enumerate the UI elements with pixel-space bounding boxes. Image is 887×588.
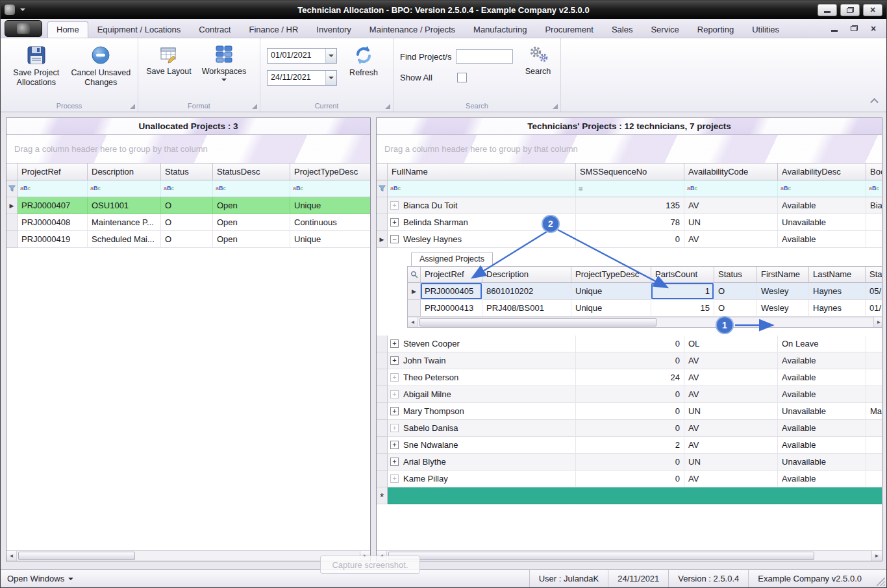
- filter-cell[interactable]: aBc: [388, 180, 576, 197]
- cell[interactable]: 0: [576, 403, 684, 420]
- cell[interactable]: [866, 214, 882, 231]
- cell[interactable]: 78: [576, 214, 684, 231]
- cell[interactable]: Haynes: [809, 283, 866, 300]
- save-layout-button[interactable]: Save Layout: [142, 42, 195, 77]
- cell[interactable]: AV: [684, 352, 778, 369]
- expand-icon[interactable]: +: [390, 407, 399, 415]
- filter-cell[interactable]: aBc: [778, 180, 866, 197]
- filter-edit-icon[interactable]: [378, 184, 386, 193]
- cell[interactable]: Available: [778, 471, 866, 487]
- tab-home[interactable]: Home: [47, 21, 88, 38]
- cell[interactable]: [866, 420, 882, 437]
- expand-icon[interactable]: +: [390, 390, 399, 398]
- dialog-launcher-icon[interactable]: [385, 104, 390, 109]
- cell[interactable]: +Abigail Milne: [388, 386, 576, 403]
- cell[interactable]: Unique: [290, 231, 370, 248]
- new-row[interactable]: *: [377, 487, 882, 504]
- cell[interactable]: 15: [651, 300, 714, 317]
- column-header-fullname[interactable]: FullName: [388, 164, 576, 180]
- cell[interactable]: O: [161, 231, 213, 248]
- cell[interactable]: PRJ0000407: [18, 197, 88, 214]
- tab-equipment-locations[interactable]: Equipment / Locations: [88, 21, 190, 38]
- filter-cell[interactable]: aBc: [290, 180, 370, 197]
- tab-sales[interactable]: Sales: [603, 21, 642, 38]
- show-all-checkbox[interactable]: [457, 73, 467, 82]
- detail-hscrollbar[interactable]: ◄►: [408, 317, 882, 327]
- expand-icon[interactable]: +: [390, 339, 399, 348]
- cell[interactable]: [866, 454, 882, 471]
- expand-icon[interactable]: +: [390, 458, 399, 466]
- cell[interactable]: 2: [576, 437, 684, 454]
- cell[interactable]: 0: [576, 454, 684, 471]
- open-windows-button[interactable]: Open Windows: [7, 574, 73, 583]
- cell[interactable]: −Wesley Haynes: [388, 231, 576, 248]
- tab-manufacturing[interactable]: Manufacturing: [464, 21, 536, 38]
- expand-icon[interactable]: +: [390, 201, 399, 210]
- scroll-right-icon[interactable]: ►: [871, 551, 882, 561]
- text-filter-icon[interactable]: aBc: [20, 186, 31, 191]
- cell[interactable]: 0: [576, 386, 684, 403]
- cell[interactable]: PRJ0000408: [18, 214, 88, 231]
- cell[interactable]: +Belinda Sharman: [388, 214, 576, 231]
- app-menu-button[interactable]: [5, 20, 42, 37]
- tab-inventory[interactable]: Inventory: [307, 21, 360, 38]
- cell[interactable]: AV: [684, 386, 778, 403]
- filter-cell[interactable]: aBc: [684, 180, 778, 197]
- cell[interactable]: +Arial Blythe: [388, 454, 576, 471]
- cell[interactable]: Bia: [866, 197, 882, 214]
- column-header-status[interactable]: Status: [161, 164, 213, 180]
- collapse-icon[interactable]: −: [390, 235, 399, 243]
- search-button[interactable]: Search: [519, 42, 556, 77]
- cell[interactable]: 8601010202: [482, 283, 571, 300]
- tab-finance-hr[interactable]: Finance / HR: [240, 21, 307, 38]
- scroll-right-icon[interactable]: ►: [873, 317, 882, 327]
- column-header-sta[interactable]: Sta: [866, 267, 882, 283]
- cell[interactable]: Wesley: [757, 283, 809, 300]
- cell[interactable]: Unavailable: [778, 214, 866, 231]
- cell[interactable]: Haynes: [809, 300, 866, 317]
- cell[interactable]: [866, 369, 882, 386]
- scroll-left-icon[interactable]: ◄: [408, 317, 418, 327]
- date-from-dropdown[interactable]: [325, 49, 336, 63]
- cell[interactable]: 0: [576, 420, 684, 437]
- mdi-minimize-button[interactable]: [829, 23, 840, 34]
- cell[interactable]: [866, 471, 882, 487]
- cell[interactable]: O: [714, 300, 757, 317]
- cell[interactable]: +Steven Cooper: [388, 336, 576, 352]
- cell[interactable]: 135: [576, 197, 684, 214]
- filter-cell[interactable]: aBc: [161, 180, 213, 197]
- quick-access-chevron-icon[interactable]: [20, 8, 25, 14]
- cell[interactable]: +Theo Peterson: [388, 369, 576, 386]
- tab-procurement[interactable]: Procurement: [536, 21, 602, 38]
- cell[interactable]: AV: [684, 437, 778, 454]
- filter-cell[interactable]: aBc: [88, 180, 161, 197]
- cell[interactable]: +Sabelo Danisa: [388, 420, 576, 437]
- tab-maintenance-projects[interactable]: Maintenance / Projects: [360, 21, 464, 38]
- column-header-boo[interactable]: Boo: [866, 164, 882, 180]
- date-to-dropdown[interactable]: [325, 71, 336, 85]
- cell[interactable]: On Leave: [778, 336, 866, 352]
- scroll-left-icon[interactable]: ◄: [6, 551, 17, 561]
- tab-service[interactable]: Service: [642, 21, 688, 38]
- text-filter-icon[interactable]: aBc: [869, 186, 879, 191]
- cell[interactable]: 0: [576, 471, 684, 487]
- text-filter-icon[interactable]: aBc: [781, 186, 791, 191]
- equals-filter-icon[interactable]: =: [579, 185, 582, 193]
- cell[interactable]: [866, 352, 882, 369]
- cell[interactable]: Continuous: [290, 214, 370, 231]
- cell[interactable]: [866, 336, 882, 352]
- cell[interactable]: AV: [684, 197, 778, 214]
- cell[interactable]: Unavailable: [778, 403, 866, 420]
- tab-assigned-projects[interactable]: Assigned Projects: [411, 252, 493, 266]
- cell[interactable]: AV: [684, 420, 778, 437]
- cell[interactable]: Open: [213, 214, 290, 231]
- column-header-status[interactable]: Status: [714, 267, 757, 283]
- cell[interactable]: UN: [684, 454, 778, 471]
- cell[interactable]: AV: [684, 369, 778, 386]
- left-group-by-hint[interactable]: Drag a column header here to group by th…: [6, 135, 370, 164]
- cell[interactable]: [866, 231, 882, 248]
- cell[interactable]: Available: [778, 197, 866, 214]
- column-header-description[interactable]: Description: [482, 267, 571, 283]
- cell[interactable]: Unique: [290, 197, 370, 214]
- column-header-lastname[interactable]: LastName: [809, 267, 866, 283]
